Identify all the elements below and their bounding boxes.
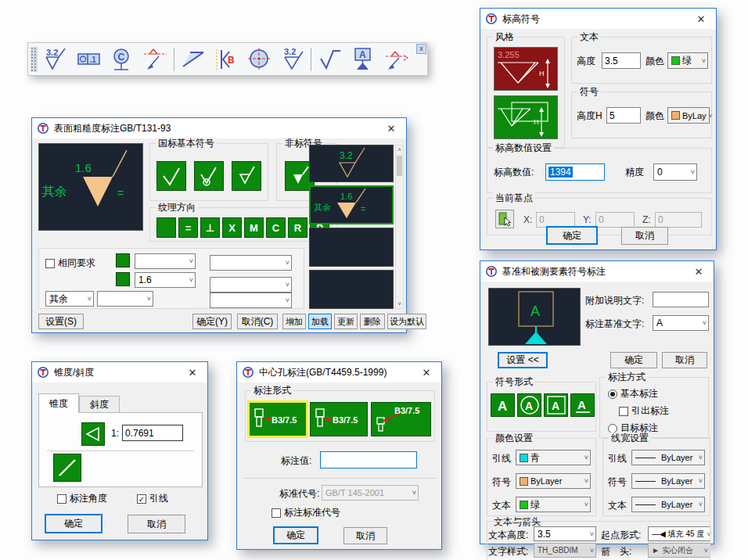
scroll-up-icon[interactable]: ˄ [396, 146, 403, 153]
preview-list-item-2-selected[interactable]: 其余1.6= [309, 185, 394, 224]
style-option-green[interactable]: H [494, 95, 558, 139]
add-button[interactable]: 增加 [282, 314, 306, 329]
leader-triangle-icon[interactable] [138, 45, 171, 74]
text-color-select[interactable]: 绿˅ [516, 497, 591, 512]
list-scrollbar[interactable]: ˄ ˅ [395, 145, 404, 309]
scroll-down-icon[interactable]: ˅ [396, 300, 403, 307]
form-plain-button[interactable]: A [491, 393, 515, 417]
symbol-color-select[interactable]: ByLay˅ [667, 107, 710, 124]
titlebar[interactable]: 锥度/斜度 ✕ [32, 362, 207, 382]
ok-button[interactable]: 确定 [610, 352, 657, 368]
leader-mode-checkbox[interactable]: 引出标注 [619, 404, 669, 418]
close-icon[interactable]: ✕ [182, 362, 203, 382]
delete-button[interactable]: 删除 [360, 314, 385, 329]
update-button[interactable]: 更新 [334, 314, 358, 329]
tab-taper[interactable]: 锥度 [38, 393, 79, 413]
texture-button-parallel[interactable]: = [178, 217, 198, 238]
form-button-2[interactable]: B3/7.5 [310, 402, 368, 436]
style-option-red[interactable]: 3.255H [494, 47, 558, 91]
ok-button[interactable]: 确定 [273, 526, 318, 544]
basic-symbol-button-1[interactable] [156, 161, 186, 191]
scroll-thumb[interactable] [397, 156, 402, 176]
form-boxed-button[interactable]: A [544, 393, 568, 417]
text-color-select[interactable]: 绿˅ [667, 52, 708, 69]
ok-button[interactable]: 确定 [546, 226, 598, 245]
form-button-1-selected[interactable]: B3/7.5 [249, 402, 307, 436]
texture-button-blank[interactable] [156, 217, 176, 238]
basic-check-icon[interactable] [314, 45, 347, 74]
extra-text-input[interactable] [653, 292, 709, 307]
close-icon[interactable]: ✕ [381, 118, 401, 138]
center-hole-icon[interactable] [243, 45, 275, 74]
cancel-button[interactable]: 取消 [621, 227, 668, 245]
close-icon[interactable]: ✕ [691, 9, 711, 29]
taper-direction-button[interactable] [81, 422, 105, 446]
load-button[interactable]: 加载 [308, 314, 332, 329]
cancel-button[interactable]: 取消 [128, 515, 185, 533]
elevation-value-input[interactable]: 1394 [545, 163, 605, 181]
roughness-3-2-icon[interactable]: 3.2 [275, 45, 308, 74]
ra-select-1[interactable]: ˅ [135, 253, 196, 269]
slope-direction-button[interactable] [53, 454, 81, 482]
datum-target-k-icon[interactable]: B [210, 45, 243, 74]
texture-button-x[interactable]: X [222, 217, 242, 238]
ok-button[interactable]: 确定(Y) [192, 314, 232, 329]
ra-select-2[interactable]: 1.6˅ [135, 272, 196, 288]
annotate-angle-checkbox[interactable]: 标注角度 [57, 492, 107, 505]
annotation-value-input[interactable] [320, 451, 417, 468]
start-form-select[interactable]: —◀填充 45 度˅ [648, 526, 710, 541]
surface-roughness-icon[interactable]: 3.2 [40, 45, 73, 74]
settings-toggle-button[interactable]: 设置 << [498, 352, 548, 368]
tab-slope[interactable]: 斜度 [79, 396, 120, 413]
annotate-code-checkbox[interactable]: 标注标准代号 [272, 506, 340, 519]
precision-select[interactable]: 0˅ [653, 163, 697, 181]
text-height-select[interactable]: 3.5˅ [534, 526, 596, 541]
text-height-input[interactable]: 3.5 [602, 52, 641, 69]
form-underlined-button[interactable]: A [570, 393, 595, 417]
rest-select[interactable]: 其余˅ [45, 291, 94, 307]
titlebar[interactable]: 表面粗糙度标注GB/T131-93 ✕ [32, 118, 406, 138]
form-button-3[interactable]: B3/7.5 [371, 402, 431, 436]
close-icon[interactable]: ✕ [689, 261, 709, 282]
cancel-button[interactable]: 取消(C) [237, 314, 278, 329]
ok-button[interactable]: 确定 [45, 514, 102, 533]
texture-button-m[interactable]: M [244, 217, 264, 238]
set-default-button[interactable]: 设为默认 [387, 314, 426, 329]
texture-button-c[interactable]: C [266, 217, 286, 238]
titlebar[interactable]: 基准和被测要素符号标注 ✕ [480, 261, 714, 282]
tolerance-frame-icon[interactable]: .1 [73, 45, 106, 74]
form-circled-button[interactable]: A [517, 393, 541, 417]
texture-button-r[interactable]: R [288, 217, 307, 238]
leader-checkbox[interactable]: ✓引线 [137, 492, 168, 505]
extra-select-1[interactable]: ˅ [210, 255, 292, 271]
preview-list-item-1[interactable]: 3.2 [309, 145, 394, 182]
same-requirement-checkbox[interactable]: 相同要求 [45, 257, 95, 270]
symbol-color-select[interactable]: ByLayer˅ [516, 473, 591, 489]
close-icon[interactable]: ✕ [416, 362, 437, 382]
toolbar-close-icon[interactable]: x [416, 44, 426, 54]
texture-button-perpendicular[interactable]: ⊥ [200, 217, 220, 238]
symbol-height-input[interactable]: 5 [606, 107, 641, 124]
cancel-button[interactable]: 取消 [662, 352, 707, 368]
preview-list-item-3[interactable] [309, 228, 394, 267]
toolbar-grip[interactable] [31, 47, 38, 72]
extra-select-3[interactable]: ˅ [210, 293, 292, 308]
text-width-select[interactable]: ByLayer˅ [631, 497, 705, 512]
settings-button[interactable]: 设置(S) [38, 314, 84, 329]
basic-symbol-button-3[interactable] [232, 161, 261, 191]
rest-value-select[interactable]: ˅ [97, 291, 153, 307]
leader-color-select[interactable]: 青˅ [516, 450, 591, 465]
cancel-button[interactable]: 取消 [343, 527, 387, 544]
ratio-input[interactable]: 0.7691 [122, 425, 183, 441]
pick-point-button[interactable] [495, 210, 514, 228]
titlebar[interactable]: 中心孔标注(GB/T4459.5-1999) ✕ [237, 362, 441, 382]
leader-arrow-icon[interactable] [379, 45, 412, 74]
symbol-width-select[interactable]: ByLayer˅ [631, 473, 705, 489]
slope-icon[interactable] [177, 45, 210, 74]
basic-mode-radio[interactable]: 基本标注 [608, 387, 658, 400]
basic-symbol-button-2[interactable] [194, 161, 224, 191]
extra-select-2[interactable]: ˅ [210, 277, 292, 293]
text-style-select[interactable]: TH_GBDIM˅ [534, 543, 596, 558]
datum-target-c-icon[interactable]: C [106, 45, 138, 74]
datum-a-icon[interactable]: A [347, 45, 379, 74]
